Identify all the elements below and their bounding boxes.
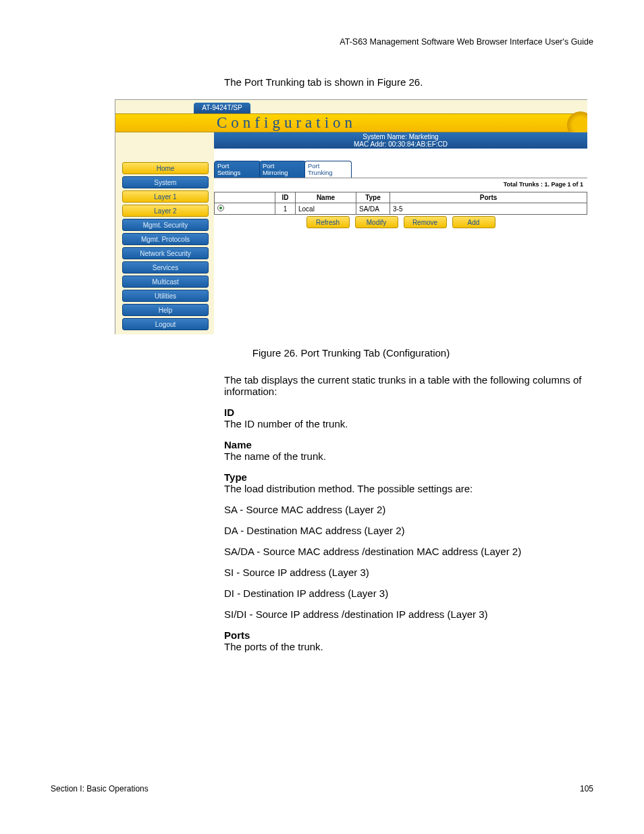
- add-button[interactable]: Add: [452, 216, 495, 228]
- table-intro: The tab displays the current static trun…: [224, 374, 594, 397]
- table-header-row: IDNameTypePorts: [215, 192, 587, 203]
- term-desc: The ID number of the trunk.: [224, 418, 594, 429]
- modify-button[interactable]: Modify: [355, 216, 398, 228]
- remove-button[interactable]: Remove: [404, 216, 447, 228]
- footer-section: Section I: Basic Operations: [51, 784, 149, 793]
- nav-item-logout[interactable]: Logout: [122, 318, 209, 330]
- description-block: The tab displays the current static trun…: [224, 374, 594, 662]
- type-option: SA/DA - Source MAC address /destination …: [224, 546, 594, 557]
- term-heading: ID: [224, 407, 594, 418]
- nav-item-utilities[interactable]: Utilities: [122, 290, 209, 302]
- term-heading: Type: [224, 471, 594, 483]
- nav-item-multicast[interactable]: Multicast: [122, 276, 209, 288]
- ports-cell: 3-5: [390, 203, 587, 215]
- model-tab: AT-9424T/SP: [194, 103, 250, 113]
- mac-address: MAC Addr: 00:30:84:AB:EF:CD: [214, 140, 587, 148]
- trunk-table: IDNameTypePorts 1 Local SA/DA 3-5: [214, 192, 587, 215]
- table-row[interactable]: 1 Local SA/DA 3-5: [215, 203, 587, 215]
- nav-item-help[interactable]: Help: [122, 304, 209, 316]
- totals-text: Total Trunks : 1. Page 1 of 1: [214, 178, 587, 192]
- action-bar: RefreshModifyRemoveAdd: [214, 216, 587, 228]
- nav-item-home[interactable]: Home: [122, 162, 209, 174]
- col-header: Type: [356, 192, 390, 203]
- configuration-screenshot: AT-9424T/SP Configuration System Name: M…: [115, 99, 587, 334]
- term-desc: The name of the trunk.: [224, 450, 594, 462]
- col-header: [215, 192, 275, 203]
- nav-item-system[interactable]: System: [122, 176, 209, 188]
- type-option: SI - Source IP address (Layer 3): [224, 567, 594, 578]
- select-cell[interactable]: [215, 203, 275, 215]
- name-cell: Local: [296, 203, 356, 215]
- id-cell: 1: [275, 203, 296, 215]
- term-desc: The load distribution method. The possib…: [224, 483, 594, 494]
- type-option: DI - Destination IP address (Layer 3): [224, 588, 594, 599]
- col-header: ID: [275, 192, 296, 203]
- content-area: PortSettingsPortMirroringPortTrunking To…: [214, 149, 587, 334]
- tab-port-mirroring[interactable]: PortMirroring: [259, 161, 306, 178]
- refresh-button[interactable]: Refresh: [306, 216, 350, 228]
- system-name: System Name: Marketing: [214, 133, 587, 140]
- figure-caption: Figure 26. Port Trunking Tab (Configurat…: [115, 347, 587, 359]
- intro-block: The Port Trunking tab is shown in Figure…: [224, 76, 594, 100]
- nav-sidebar: HomeSystemLayer 1Layer 2Mgmt. SecurityMg…: [122, 162, 209, 332]
- intro-text: The Port Trunking tab is shown in Figure…: [224, 76, 594, 88]
- type-option: SA - Source MAC address (Layer 2): [224, 504, 594, 515]
- nav-item-layer-1[interactable]: Layer 1: [122, 190, 209, 203]
- page-title: Configuration: [217, 114, 356, 132]
- col-header: Ports: [390, 192, 587, 203]
- tab-port-trunking[interactable]: PortTrunking: [304, 161, 352, 178]
- type-option: DA - Destination MAC address (Layer 2): [224, 525, 594, 536]
- nav-item-mgmt-security[interactable]: Mgmt. Security: [122, 219, 209, 231]
- term-heading: Name: [224, 439, 594, 450]
- type-option: SI/DI - Source IP address /destination I…: [224, 608, 594, 620]
- system-info-bar: System Name: Marketing MAC Addr: 00:30:8…: [214, 132, 587, 149]
- term-heading: Ports: [224, 629, 594, 641]
- tab-port-settings[interactable]: PortSettings: [214, 161, 261, 178]
- page-number: 105: [580, 784, 593, 793]
- term-desc: The ports of the trunk.: [224, 641, 594, 652]
- nav-item-layer-2[interactable]: Layer 2: [122, 205, 209, 217]
- type-cell: SA/DA: [356, 203, 390, 215]
- nav-item-mgmt-protocols[interactable]: Mgmt. Protocols: [122, 233, 209, 245]
- nav-item-network-security[interactable]: Network Security: [122, 247, 209, 259]
- content-tabs: PortSettingsPortMirroringPortTrunking: [214, 161, 350, 178]
- radio-icon[interactable]: [217, 205, 224, 211]
- nav-item-services[interactable]: Services: [122, 261, 209, 273]
- running-header: AT-S63 Management Software Web Browser I…: [340, 37, 593, 47]
- col-header: Name: [296, 192, 356, 203]
- page-banner: Configuration: [115, 113, 587, 132]
- trunk-table-frame: Total Trunks : 1. Page 1 of 1 IDNameType…: [214, 178, 587, 215]
